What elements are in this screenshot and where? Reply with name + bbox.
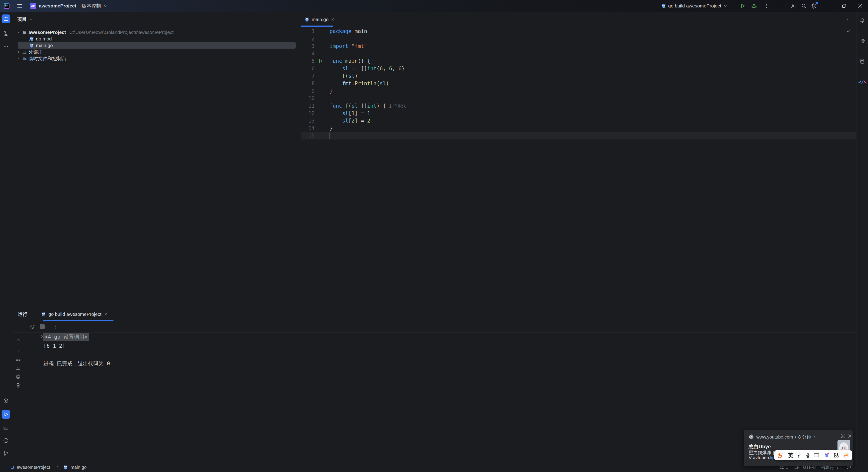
- version-control-tool-button[interactable]: [2, 449, 10, 458]
- title-bar: GO AP awesomeProject 版本控制 go build aweso…: [0, 0, 868, 12]
- search-everywhere-button[interactable]: [800, 0, 807, 12]
- ime-mascot-icon[interactable]: [842, 450, 850, 460]
- tab-close-icon[interactable]: [331, 18, 335, 22]
- breadcrumb-file[interactable]: main.go: [70, 462, 87, 472]
- goland-logo-icon[interactable]: GO: [4, 3, 9, 9]
- run-more-options-button[interactable]: [53, 324, 59, 329]
- scroll-to-end-button[interactable]: [16, 365, 21, 371]
- folded-command-line[interactable]: <4 go 设置调用>: [43, 333, 89, 341]
- project-avatar[interactable]: AP: [30, 3, 36, 9]
- main-menu-button[interactable]: [17, 0, 23, 12]
- project-tool-window: 项目 awesomeProjectC:\Users\meowr\GolandPr…: [12, 12, 301, 307]
- chrome-notification[interactable]: www.youtube.com • 8 分钟 悠白Ubye 壓力鍋爆炸｜悠白Ub…: [744, 430, 852, 466]
- code-line-1[interactable]: package main: [330, 28, 367, 35]
- code-line-12[interactable]: sl[1] = 1: [330, 109, 370, 117]
- line-number: 4: [301, 50, 315, 57]
- run-console[interactable]: <4 go 设置调用> [6 1 2]进程 已完成，退出代码为 0: [27, 332, 856, 462]
- code-line-14[interactable]: }: [330, 125, 333, 132]
- clear-console-button[interactable]: [16, 382, 21, 388]
- code-line-8[interactable]: fmt.Println(sl): [330, 80, 389, 87]
- ime-punctuation-icon[interactable]: [796, 450, 803, 460]
- line-number: 5: [301, 57, 315, 65]
- down-stacktrace-button[interactable]: [16, 347, 21, 353]
- rerun-button[interactable]: [29, 324, 35, 330]
- more-actions-button[interactable]: [764, 0, 770, 12]
- chevron-right-icon[interactable]: [16, 57, 20, 61]
- more-tool-windows-button[interactable]: [2, 42, 10, 51]
- text-cursor: [330, 132, 330, 139]
- chevron-down-icon[interactable]: [16, 30, 20, 34]
- ime-toolbox-icon[interactable]: [833, 450, 840, 460]
- stop-button[interactable]: [40, 324, 45, 329]
- status-bar: awesomeProject main.go 15:1 LF UTF-8 制表符: [0, 462, 868, 472]
- services-tool-button[interactable]: [2, 397, 10, 405]
- ime-skin-icon[interactable]: [823, 450, 830, 460]
- close-button[interactable]: [857, 0, 864, 12]
- tree-item-awesomeProject[interactable]: awesomeProjectC:\Users\meowr\GolandProje…: [12, 29, 301, 35]
- code-line-11[interactable]: func f(sl []int) {1 个用法: [330, 102, 406, 110]
- notification-source: www.youtube.com: [756, 435, 793, 440]
- ime-keyboard-icon[interactable]: [813, 450, 820, 460]
- goland-window: GO AP awesomeProject 版本控制 go build aweso…: [0, 0, 868, 472]
- debug-button[interactable]: [751, 0, 757, 12]
- ime-toolbar[interactable]: S 英: [774, 450, 852, 460]
- run-tab-close-icon[interactable]: [104, 312, 108, 316]
- run-panel-title: 运行: [18, 307, 27, 321]
- commit-tool-button[interactable]: [2, 29, 10, 38]
- run-tab[interactable]: go build awesomeProject: [37, 307, 112, 321]
- left-tool-window-bar: [0, 12, 12, 462]
- run-configuration-widget[interactable]: go build awesomeProject: [661, 0, 727, 12]
- maximize-button[interactable]: [841, 0, 847, 12]
- up-stacktrace-button[interactable]: [16, 338, 21, 344]
- line-number: 15: [301, 132, 315, 139]
- code-line-3[interactable]: import "fmt": [330, 42, 367, 50]
- notifications-button[interactable]: [858, 16, 867, 25]
- print-button[interactable]: [16, 374, 21, 379]
- code-line-9[interactable]: }: [330, 87, 333, 95]
- code-tool-button[interactable]: </>: [858, 78, 867, 86]
- gopher-icon: [29, 43, 34, 48]
- project-tool-button[interactable]: [2, 14, 10, 23]
- tree-item-[interactable]: 外部库: [12, 49, 301, 55]
- code-line-5[interactable]: func main() {: [330, 57, 370, 65]
- ime-mic-icon[interactable]: [804, 450, 811, 460]
- terminal-tool-button[interactable]: [2, 423, 10, 432]
- project-widget-label: awesomeProject: [39, 3, 76, 8]
- minimize-button[interactable]: [825, 0, 831, 12]
- database-button[interactable]: [858, 57, 867, 66]
- tree-item-gomod[interactable]: go.mod: [12, 35, 301, 42]
- notification-close-icon[interactable]: [847, 434, 852, 439]
- editor-tab-options-button[interactable]: [844, 17, 850, 22]
- inlay-hint[interactable]: 1 个用法: [389, 103, 406, 108]
- run-button[interactable]: [740, 0, 746, 12]
- vcs-widget[interactable]: 版本控制: [82, 0, 107, 12]
- ai-assistant-button[interactable]: [858, 37, 867, 45]
- settings-button[interactable]: [810, 0, 817, 12]
- tree-item-[interactable]: 临时文件和控制台: [12, 55, 301, 62]
- sogou-logo-icon[interactable]: S: [776, 450, 783, 460]
- code-line-6[interactable]: sl := []int{6, 6, 6}: [330, 65, 405, 72]
- code-with-me-button[interactable]: [790, 0, 797, 12]
- chevron-right-icon[interactable]: [16, 50, 20, 54]
- settings-notification-dot: [815, 2, 818, 4]
- chevron-down-icon: [103, 4, 107, 8]
- line-number: 8: [301, 80, 315, 87]
- tab-main-go[interactable]: main.go: [301, 12, 338, 27]
- inspections-ok-icon[interactable]: [846, 28, 852, 34]
- code-line-7[interactable]: f(sl): [330, 72, 358, 80]
- project-widget[interactable]: awesomeProject: [39, 0, 83, 12]
- run-tool-button[interactable]: [2, 410, 10, 419]
- chevron-down-icon: [723, 4, 727, 8]
- tree-item-maingo[interactable]: main.go: [12, 42, 301, 49]
- breadcrumb-module[interactable]: awesomeProject: [17, 462, 50, 472]
- ime-language-indicator[interactable]: 英: [787, 450, 795, 460]
- problems-tool-button[interactable]: [2, 436, 10, 445]
- collapse-icon[interactable]: [813, 435, 816, 439]
- gopher-mod-icon: [29, 36, 34, 41]
- project-panel-header[interactable]: 项目: [17, 16, 33, 23]
- soft-wrap-button[interactable]: [16, 357, 21, 362]
- code-line-13[interactable]: sl[2] = 2: [330, 117, 370, 125]
- run-line-gutter-icon[interactable]: [318, 58, 323, 64]
- notification-settings-icon[interactable]: [840, 434, 845, 439]
- line-number: 11: [301, 102, 315, 109]
